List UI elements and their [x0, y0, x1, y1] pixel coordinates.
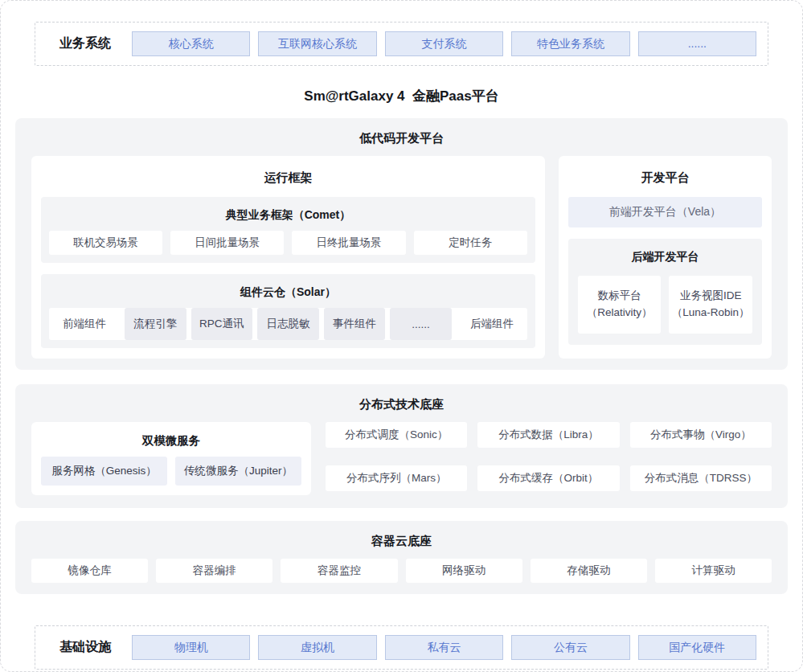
- backend-item-relativity-code: （Relativity）: [587, 305, 653, 322]
- distributed-sequence-mars: 分布式序列（Mars）: [326, 465, 467, 491]
- distributed-cache-orbit: 分布式缓存（Orbit）: [477, 465, 619, 491]
- container-base-row: 镜像仓库 容器编排 容器监控 网络驱动 存储驱动 计算驱动: [31, 559, 772, 583]
- solar-backend-components: 后端组件: [457, 308, 527, 340]
- dual-mode-microservice-box: 双模微服务 服务网格（Genesis） 传统微服务（Jupiter）: [31, 422, 311, 495]
- backend-dev-platform-box: 后端开发平台 数标平台 （Relativity） 业务视图IDE （Luna-R…: [568, 239, 762, 345]
- business-systems-label: 业务系统: [47, 35, 124, 52]
- solar-item-log-masking: 日志脱敏: [257, 308, 319, 340]
- dev-platform-title: 开发平台: [568, 166, 762, 197]
- solar-item-process-engine: 流程引擎: [125, 308, 186, 340]
- business-system-internet-core: 互联网核心系统: [258, 31, 376, 56]
- comet-framework-box: 典型业务框架（Comet） 联机交易场景 日间批量场景 日终批量场景 定时任务: [41, 197, 535, 263]
- container-base-title: 容器云底座: [31, 531, 772, 559]
- frontend-dev-platform-vela: 前端开发平台（Vela）: [568, 197, 762, 227]
- comet-item-online-trade: 联机交易场景: [49, 231, 162, 255]
- infra-private-cloud: 私有云: [385, 635, 503, 660]
- infra-virtual-machine: 虚拟机: [258, 635, 376, 660]
- infrastructure-row: 基础设施 物理机 虚拟机 私有云 公有云 国产化硬件: [35, 625, 768, 670]
- backend-item-luna-robin-name: 业务视图IDE: [680, 288, 742, 305]
- business-system-more: ......: [638, 31, 756, 56]
- business-systems-row: 业务系统 核心系统 互联网核心系统 支付系统 特色业务系统 ......: [35, 22, 768, 66]
- solar-repo-title: 组件云仓（Solar）: [49, 282, 527, 308]
- infrastructure-buttons: 物理机 虚拟机 私有云 公有云 国产化硬件: [132, 635, 756, 660]
- backend-item-relativity: 数标平台 （Relativity）: [578, 276, 662, 334]
- container-storage-driver: 存储驱动: [531, 559, 647, 583]
- backend-item-relativity-name: 数标平台: [598, 288, 641, 305]
- distributed-message-tdrss: 分布式消息（TDRSS）: [630, 465, 772, 491]
- comet-chip-row: 联机交易场景 日间批量场景 日终批量场景 定时任务: [49, 231, 527, 255]
- solar-frontend-components: 前端组件: [49, 308, 120, 340]
- page-title: Sm@rtGalaxy 4 金融Paas平台: [15, 87, 788, 105]
- distributed-base-title: 分布式技术底座: [31, 394, 772, 422]
- infra-physical-machine: 物理机: [132, 635, 250, 660]
- distributed-scheduling-sonic: 分布式调度（Sonic）: [326, 422, 467, 448]
- comet-item-endofday-batch: 日终批量场景: [292, 231, 405, 255]
- architecture-diagram: 业务系统 核心系统 互联网核心系统 支付系统 特色业务系统 ...... Sm@…: [0, 0, 803, 672]
- container-image-registry: 镜像仓库: [31, 559, 148, 583]
- runtime-framework-title: 运行框架: [41, 166, 535, 197]
- dual-mode-microservice-title: 双模微服务: [41, 430, 301, 457]
- business-systems-buttons: 核心系统 互联网核心系统 支付系统 特色业务系统 ......: [132, 31, 756, 56]
- dual-mode-genesis: 服务网格（Genesis）: [41, 457, 167, 486]
- distributed-services-grid: 分布式调度（Sonic） 分布式数据（Libra） 分布式事物（Virgo） 分…: [326, 422, 772, 495]
- infrastructure-label: 基础设施: [47, 639, 124, 656]
- solar-chip-row: 前端组件 流程引擎 RPC通讯 日志脱敏 事件组件 ...... 后端组件: [49, 308, 527, 340]
- lowcode-platform-title: 低代码开发平台: [31, 128, 772, 156]
- dev-platform-box: 开发平台 前端开发平台（Vela） 后端开发平台 数标平台 （Relativit…: [559, 156, 772, 359]
- distributed-data-libra: 分布式数据（Libra）: [477, 422, 619, 448]
- dual-mode-jupiter: 传统微服务（Jupiter）: [175, 457, 301, 486]
- comet-framework-title: 典型业务框架（Comet）: [49, 205, 527, 231]
- solar-item-rpc: RPC通讯: [191, 308, 253, 340]
- distributed-transaction-virgo: 分布式事物（Virgo）: [630, 422, 772, 448]
- backend-dev-platform-grid: 数标平台 （Relativity） 业务视图IDE （Luna-Robin）: [578, 276, 752, 334]
- backend-item-luna-robin: 业务视图IDE （Luna-Robin）: [669, 276, 752, 334]
- distributed-base-body: 双模微服务 服务网格（Genesis） 传统微服务（Jupiter） 分布式调度…: [31, 422, 772, 495]
- solar-item-more: ......: [390, 308, 452, 340]
- dual-mode-chip-row: 服务网格（Genesis） 传统微服务（Jupiter）: [41, 457, 301, 486]
- infra-public-cloud: 公有云: [511, 635, 629, 660]
- lowcode-platform-section: 低代码开发平台 运行框架 典型业务框架（Comet） 联机交易场景 日间批量场景…: [15, 118, 788, 370]
- comet-item-daytime-batch: 日间批量场景: [170, 231, 284, 255]
- lowcode-platform-body: 运行框架 典型业务框架（Comet） 联机交易场景 日间批量场景 日终批量场景 …: [31, 156, 772, 359]
- solar-item-event-components: 事件组件: [324, 308, 386, 340]
- backend-item-luna-robin-code: （Luna-Robin）: [672, 305, 750, 322]
- container-monitoring: 容器监控: [281, 559, 397, 583]
- container-network-driver: 网络驱动: [406, 559, 522, 583]
- business-system-special: 特色业务系统: [511, 31, 629, 56]
- container-base-section: 容器云底座 镜像仓库 容器编排 容器监控 网络驱动 存储驱动 计算驱动: [15, 521, 788, 594]
- solar-repo-box: 组件云仓（Solar） 前端组件 流程引擎 RPC通讯 日志脱敏 事件组件 ..…: [41, 274, 535, 348]
- runtime-framework-box: 运行框架 典型业务框架（Comet） 联机交易场景 日间批量场景 日终批量场景 …: [31, 156, 545, 359]
- business-system-payment: 支付系统: [385, 31, 503, 56]
- comet-item-scheduled-task: 定时任务: [414, 231, 527, 255]
- distributed-base-section: 分布式技术底座 双模微服务 服务网格（Genesis） 传统微服务（Jupite…: [15, 384, 788, 508]
- business-system-core: 核心系统: [132, 31, 250, 56]
- backend-dev-platform-title: 后端开发平台: [578, 248, 752, 276]
- infra-domestic-hardware: 国产化硬件: [638, 635, 756, 660]
- container-orchestration: 容器编排: [156, 559, 272, 583]
- container-compute-driver: 计算驱动: [655, 559, 772, 583]
